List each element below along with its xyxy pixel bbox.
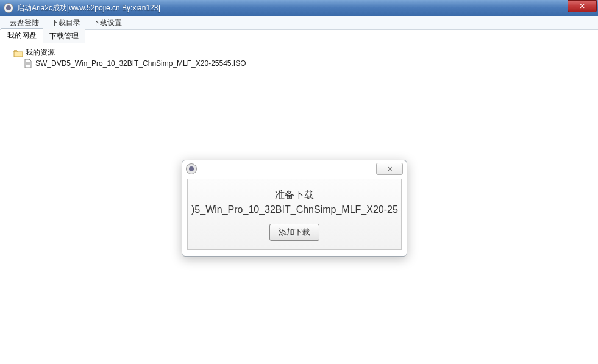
menu-download-settings[interactable]: 下载设置 [87, 16, 128, 30]
tab-download-manager[interactable]: 下载管理 [43, 29, 85, 43]
dialog-close-button[interactable]: ✕ [376, 163, 403, 175]
tree-panel: 我的资源 SW_DVD5_Win_Pro_10_32BIT_ChnSimp_ML… [0, 43, 598, 72]
menubar: 云盘登陆 下载目录 下载设置 [0, 16, 598, 30]
folder-icon [13, 49, 23, 57]
dialog-body: 准备下载 )5_Win_Pro_10_32BIT_ChnSimp_MLF_X20… [187, 179, 402, 250]
dialog-title: 准备下载 [191, 189, 397, 202]
close-icon: ✕ [579, 2, 585, 10]
tree-root[interactable]: 我的资源 [5, 47, 593, 59]
window-close-button[interactable]: ✕ [568, 0, 597, 12]
tree-file[interactable]: SW_DVD5_Win_Pro_10_32BIT_ChnSimp_MLF_X20… [5, 59, 593, 68]
window-title: 启动Aria2c成功[www.52pojie.cn By:xian123] [17, 3, 568, 13]
close-icon: ✕ [387, 165, 393, 173]
dialog-filename: )5_Win_Pro_10_32BIT_ChnSimp_MLF_X20-25 [191, 204, 397, 215]
add-download-button[interactable]: 添加下载 [269, 224, 319, 241]
file-icon [23, 59, 33, 68]
app-icon [4, 3, 13, 13]
tree-root-label: 我的资源 [26, 48, 55, 58]
tree-file-label: SW_DVD5_Win_Pro_10_32BIT_ChnSimp_MLF_X20… [35, 59, 246, 68]
menu-download-dir[interactable]: 下载目录 [45, 16, 87, 30]
dialog-header: ✕ [182, 160, 407, 177]
svg-point-0 [6, 5, 11, 10]
svg-point-1 [189, 166, 194, 171]
tabstrip: 我的网盘 下载管理 [0, 30, 598, 43]
window-titlebar: 启动Aria2c成功[www.52pojie.cn By:xian123] ✕ [0, 0, 598, 16]
download-dialog: ✕ 准备下载 )5_Win_Pro_10_32BIT_ChnSimp_MLF_X… [182, 160, 407, 257]
tab-my-netdisk[interactable]: 我的网盘 [1, 28, 43, 43]
dialog-app-icon [186, 163, 197, 174]
